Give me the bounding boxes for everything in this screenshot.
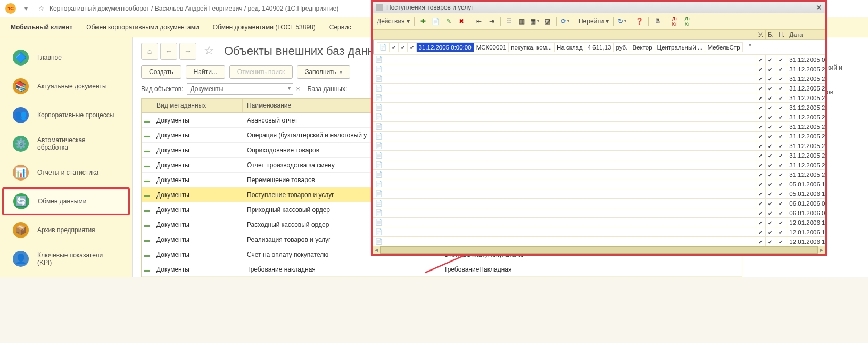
popup-row[interactable]: 31.12.2005 0:00:00МСК00002покупка, ком..…: [373, 55, 826, 64]
popup-cell: [776, 189, 787, 199]
popup-hscrollbar[interactable]: ◂ ▸: [373, 246, 825, 254]
grid-header-kind[interactable]: Вид метаданных: [152, 99, 243, 112]
row-marker-icon: [142, 146, 152, 154]
popup-cell: [373, 151, 756, 160]
sidebar-item-1[interactable]: 📚Актуальные документы: [2, 72, 130, 100]
popup-cell: [766, 55, 776, 64]
popup-actions-menu[interactable]: Действия ▾: [376, 18, 411, 25]
popup-titlebar[interactable]: Поступления товаров и услуг ✕: [373, 2, 825, 13]
cancel-search-button[interactable]: Отменить поиск: [229, 65, 293, 79]
sidebar-item-6[interactable]: 📦Архив предприятия: [2, 216, 130, 244]
menu-service[interactable]: Сервис: [329, 23, 351, 31]
svg-text:📚: 📚: [15, 80, 27, 92]
reload-icon[interactable]: ↻: [617, 16, 627, 27]
sidebar-item-4[interactable]: 📊Отчеты и статистика: [2, 159, 130, 186]
popup-col-header[interactable]: У.: [756, 30, 766, 40]
popup-row[interactable]: 12.01.2006 12:00:00МСК00009покупка, ком.…: [373, 218, 826, 227]
filter1-icon[interactable]: ☲: [504, 16, 515, 27]
nav-fwd-button[interactable]: →: [179, 43, 196, 60]
row-marker-icon: [142, 206, 152, 214]
popup-row[interactable]: 31.12.2005 23:59:00ИЧП000000...покупка, …: [373, 170, 826, 179]
create-button[interactable]: Создать: [141, 65, 181, 79]
menu-mobile-client[interactable]: Мобильный клиент: [11, 23, 72, 31]
print-icon[interactable]: 🖶: [652, 16, 663, 27]
popup-row[interactable]: 05.01.2006 11:00:00МСК00013покупка, ком.…: [373, 179, 826, 189]
grid-row[interactable]: ДокументыТребование накладнаяТребованиеН…: [142, 262, 742, 277]
dtkt2-icon[interactable]: ДтКт: [682, 16, 693, 27]
filter2-icon[interactable]: ▥: [517, 16, 527, 27]
sidebar-item-2[interactable]: 👥Корпоративные процессы: [2, 101, 130, 129]
add-icon[interactable]: ✚: [418, 16, 428, 27]
sidebar-item-0[interactable]: 🔷Главное: [2, 44, 130, 71]
popup-row[interactable]: 31.12.2005 23:59:00ИЧП000000...покупка, …: [373, 160, 826, 170]
popup-col-header[interactable]: Дата: [787, 30, 825, 40]
refresh-icon[interactable]: ⟳: [560, 16, 571, 27]
dropdown-icon[interactable]: ▾: [24, 5, 28, 12]
popup-table-wrap[interactable]: У.Б.Н.ДатаНомерВид операцииВид поступле.…: [373, 29, 825, 246]
popup-row[interactable]: 31.12.2005 23:59:00ТК000000005покупка, к…: [373, 103, 826, 112]
popup-cell: 31.12.2005 23:59:00: [787, 93, 825, 103]
popup-row[interactable]: 05.01.2006 12:00:02МСК00010объекты стро.…: [373, 189, 826, 199]
popup-receipts-window: Поступления товаров и услуг ✕ Действия ▾…: [371, 0, 827, 256]
popup-cell: [776, 64, 787, 74]
filter-kind-select[interactable]: Документы: [187, 83, 293, 95]
find-button[interactable]: Найти...: [186, 65, 225, 79]
popup-cell: [373, 55, 756, 64]
sidebar-item-3[interactable]: ⚙️Автоматическаяобработка: [2, 130, 130, 158]
copy-icon[interactable]: 📄: [431, 16, 441, 27]
popup-row[interactable]: 31.12.2005 23:59:00ТК000000009покупка, к…: [373, 141, 826, 151]
sidebar-item-7[interactable]: 👤Ключевые показатели(KPI): [2, 245, 130, 273]
favorite-page-icon[interactable]: ☆: [204, 44, 219, 59]
fill-button[interactable]: Заполнить: [297, 65, 350, 79]
nav-back-button[interactable]: ←: [160, 43, 177, 60]
popup-cell: [776, 218, 787, 227]
popup-cell: 05.01.2006 12:00:02: [787, 189, 825, 199]
nav-home-button[interactable]: ⌂: [141, 43, 158, 60]
filter-kind-label: Вид объектов:: [141, 85, 184, 93]
popup-cell: [776, 103, 787, 112]
popup-cell: [756, 122, 766, 132]
move-start-icon[interactable]: ⇤: [474, 16, 484, 27]
popup-row[interactable]: 31.12.2005 23:59:00ТК000000001покупка, к…: [373, 64, 826, 74]
popup-row[interactable]: 06.01.2006 0:00:00МСК00001покупка, ком..…: [373, 199, 826, 208]
popup-goto-menu[interactable]: Перейти ▾: [577, 18, 610, 25]
popup-cell: [766, 84, 776, 93]
popup-cell: [766, 93, 776, 103]
popup-row[interactable]: 31.12.2005 23:59:00ТК000000010покупка, к…: [373, 151, 826, 160]
sidebar-item-label: Главное: [37, 54, 62, 61]
popup-row[interactable]: 31.12.2005 23:59:00ТК000000006покупка, к…: [373, 112, 826, 122]
filter-clear-icon[interactable]: ▨: [542, 16, 553, 27]
popup-cell: Вектор: [630, 43, 655, 52]
row-name: Требование накладная: [243, 264, 440, 275]
sidebar-item-5[interactable]: 🔄Обмен данными: [2, 187, 130, 215]
popup-row[interactable]: 31.12.2005 23:59:00ТК000000002покупка, к…: [373, 74, 826, 84]
popup-row[interactable]: 12.01.2006 12:00:00МСК00014покупка, ком.…: [373, 227, 826, 237]
popup-close-button[interactable]: ✕: [816, 3, 822, 12]
popup-col-header[interactable]: Н.: [776, 30, 787, 40]
move-end-icon[interactable]: ⇥: [486, 16, 497, 27]
favorite-icon[interactable]: ☆: [38, 5, 44, 12]
popup-col-header[interactable]: Б.: [766, 30, 776, 40]
popup-row[interactable]: 06.01.2006 0:00:00МСК00008оборудованиеНа…: [373, 208, 826, 218]
popup-row[interactable]: 31.12.2005 0:00:00МСК00001покупка, ком..…: [373, 40, 754, 54]
filter3-icon[interactable]: ▦: [530, 16, 540, 27]
filter-kind-clear[interactable]: ×: [296, 85, 300, 93]
popup-row[interactable]: 31.12.2005 23:59:00ТК000000007покупка, к…: [373, 122, 826, 132]
popup-row[interactable]: 31.12.2005 23:59:00ТК000000003покупка, к…: [373, 84, 826, 93]
popup-row[interactable]: 31.12.2005 23:59:00ТК000000008покупка, к…: [373, 132, 826, 141]
sidebar-item-label: Актуальные документы: [37, 83, 107, 90]
help-icon[interactable]: ❓: [634, 16, 645, 27]
delete-icon[interactable]: ✖: [456, 16, 467, 27]
menu-gost-exchange[interactable]: Обмен документами (ГОСТ 53898): [213, 23, 316, 31]
edit-icon[interactable]: ✎: [443, 16, 454, 27]
popup-row[interactable]: 12.01.2006 12:00:02ТК000000001покупка, к…: [373, 237, 826, 246]
popup-row[interactable]: 31.12.2005 23:59:00ТК000000004покупка, к…: [373, 93, 826, 103]
popup-col-header[interactable]: [373, 30, 756, 40]
popup-table[interactable]: У.Б.Н.ДатаНомерВид операцииВид поступле.…: [373, 29, 825, 246]
row-kind: Документы: [152, 219, 243, 231]
menu-corp-exchange[interactable]: Обмен корпоративными документами: [86, 23, 199, 31]
dtkt-icon[interactable]: ДтКт: [669, 16, 680, 27]
row-marker-icon: [142, 236, 152, 243]
popup-cell: [373, 103, 756, 112]
popup-cell: [776, 199, 787, 208]
